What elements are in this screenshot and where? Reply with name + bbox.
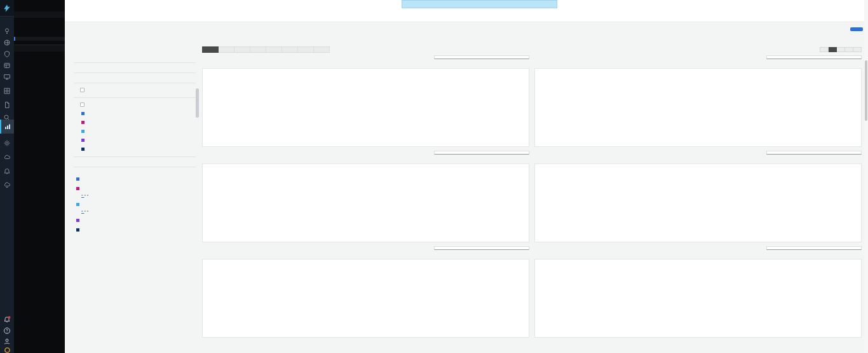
wan-color-swatch [81, 130, 85, 133]
filter-section-paths [74, 167, 196, 232]
timeframe-3m[interactable] [853, 47, 862, 52]
brand-title [14, 0, 65, 11]
chart-plot[interactable] [206, 174, 526, 239]
icon-rail [0, 0, 14, 353]
path-filter-links [81, 193, 196, 197]
document-icon[interactable] [0, 99, 14, 111]
filters-scrollbar[interactable] [196, 88, 199, 118]
wan-item[interactable] [81, 146, 196, 151]
alerts-bell-icon[interactable] [0, 314, 14, 325]
date-range-bar [65, 22, 868, 29]
filter-section-wans [74, 97, 196, 151]
new-flows-chart [202, 246, 529, 338]
tab-network[interactable] [202, 46, 219, 53]
chart-scope-select[interactable] [766, 55, 862, 59]
tab-routing[interactable] [266, 46, 282, 53]
tab-link-quality[interactable] [234, 46, 250, 53]
wan-item[interactable] [81, 137, 196, 142]
status-ring-icon[interactable] [0, 344, 14, 353]
sidebar-item-activity[interactable] [14, 37, 65, 41]
chart-plot[interactable] [538, 79, 858, 144]
filter-section-sites [74, 73, 196, 78]
wan-color-swatch [81, 139, 85, 142]
site-link[interactable] [87, 209, 88, 213]
cloud-icon[interactable] [0, 151, 14, 163]
filter-section-apps [74, 62, 196, 67]
sidebar-section-monitor[interactable] [14, 11, 65, 18]
concurrent-flows-chart [534, 246, 862, 338]
path-color-swatch [76, 177, 79, 181]
bandwidth-utilization-chart [202, 55, 529, 147]
tab-media[interactable] [219, 46, 234, 53]
lightbulb-icon[interactable] [0, 25, 14, 37]
scrollbar-thumb[interactable] [865, 60, 867, 121]
table-icon[interactable] [0, 85, 14, 97]
chart-plot[interactable] [206, 270, 526, 335]
dashboard-icon[interactable] [0, 60, 14, 71]
chart-scope-select[interactable] [434, 246, 529, 250]
charts-area [200, 45, 868, 353]
site-link[interactable] [87, 193, 88, 197]
app-logo[interactable] [0, 0, 14, 17]
filter-section-devices [74, 83, 196, 92]
path-group-private-wan-vpn[interactable] [76, 201, 196, 207]
chart-plot[interactable] [206, 79, 526, 144]
sidebar-section-reports[interactable] [14, 45, 65, 52]
shield-icon[interactable] [0, 48, 14, 60]
timeframe-1m[interactable] [845, 47, 853, 52]
path-group-direct-internet[interactable] [76, 176, 196, 181]
path-group-internet-vpn[interactable] [76, 185, 196, 191]
wan-color-swatch [81, 148, 85, 151]
wan-item[interactable] [81, 119, 196, 125]
timeframe-1w[interactable] [837, 47, 845, 52]
tab-flows[interactable] [250, 46, 266, 53]
globe-icon[interactable] [0, 37, 14, 48]
path-color-swatch [76, 203, 79, 206]
chart-scope-select[interactable] [766, 246, 862, 250]
filters-panel [65, 45, 200, 353]
app-response-time-chart [534, 151, 862, 242]
path-color-swatch [76, 219, 79, 222]
activity-chart-icon[interactable] [0, 120, 14, 134]
tabs-bar [202, 46, 862, 53]
help-icon[interactable] [0, 325, 14, 336]
bell-icon[interactable] [0, 165, 14, 177]
chart-scope-select[interactable] [434, 151, 529, 155]
chart-scope-select[interactable] [766, 151, 862, 155]
wan-color-swatch [81, 121, 85, 124]
cloud-sync-icon[interactable] [0, 179, 14, 191]
filter-section-circuits [74, 156, 196, 162]
wan-item[interactable] [81, 110, 196, 116]
path-group-direct-private-wan[interactable] [76, 217, 196, 223]
path-group-standard-vpn[interactable] [76, 226, 196, 232]
path-color-swatch [76, 228, 79, 232]
path-filter-links [81, 209, 196, 213]
monitor-icon[interactable] [0, 71, 14, 83]
transaction-stats-chart [534, 55, 862, 147]
chart-plot[interactable] [538, 270, 858, 335]
devices-checkbox[interactable] [80, 88, 85, 92]
tab-system[interactable] [282, 46, 298, 53]
wan-item[interactable] [81, 128, 196, 134]
wan-color-swatch [81, 112, 85, 115]
page-scrollbar[interactable] [864, 0, 868, 353]
path-color-swatch [76, 187, 79, 190]
timeframe-1h[interactable] [820, 47, 829, 52]
refresh-button[interactable] [850, 27, 863, 31]
maintenance-banner [402, 0, 557, 8]
sidebar [14, 0, 65, 353]
tab-cellular[interactable] [298, 46, 314, 53]
chart-scope-select[interactable] [434, 55, 529, 59]
timeframe-1d[interactable] [829, 47, 837, 52]
wans-checkbox[interactable] [80, 102, 85, 107]
gear-icon[interactable] [0, 137, 14, 149]
chart-plot[interactable] [538, 174, 858, 239]
app-health-chart [202, 151, 529, 242]
tab-aaa[interactable] [314, 46, 330, 53]
